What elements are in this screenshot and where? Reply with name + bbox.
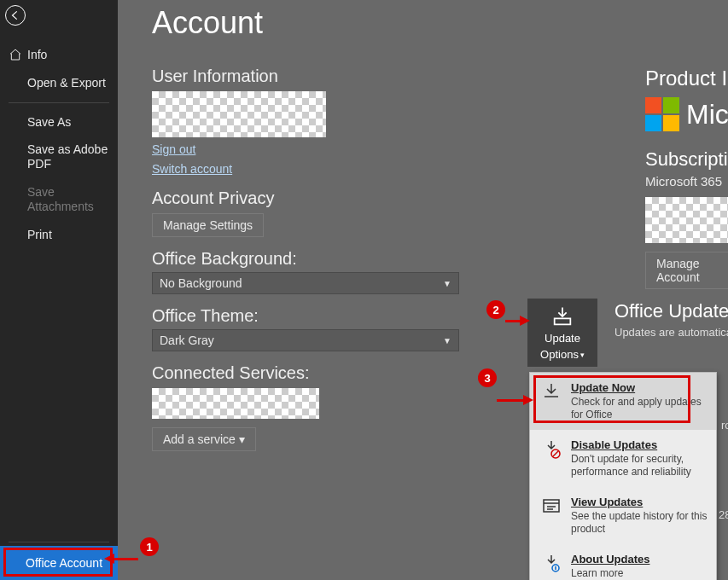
page-title: Account — [152, 0, 728, 41]
button-label: Manage Settings — [163, 218, 253, 232]
svg-rect-1 — [544, 500, 559, 512]
update-tile-label-2: Options — [540, 348, 579, 361]
select-value: No Background — [160, 276, 242, 290]
add-service-button[interactable]: Add a service ▾ — [152, 427, 256, 451]
sidebar-item-open-export[interactable]: Open & Export — [0, 69, 118, 97]
subscription-heading: Subscription Product — [645, 148, 728, 171]
annotation-arrowhead-1 — [104, 554, 114, 564]
left-column: User Information Sign out Switch account… — [152, 67, 459, 463]
microsoft-logo: Microsoft — [645, 97, 728, 131]
office-updates-title: Office Updates — [614, 300, 728, 322]
switch-account-link[interactable]: Switch account — [152, 162, 232, 176]
office-updates-subtitle: Updates are automatically — [614, 326, 728, 339]
history-icon — [540, 496, 562, 518]
office-theme-select[interactable]: Dark Gray ▼ — [152, 329, 459, 351]
button-label: Manage Account — [656, 257, 728, 284]
back-arrow-icon — [9, 9, 21, 21]
sidebar-item-save-as[interactable]: Save As — [0, 108, 118, 136]
sidebar-label: Open & Export — [27, 76, 106, 90]
microsoft-wordmark: Microsoft — [686, 99, 728, 130]
privacy-heading: Account Privacy — [152, 188, 459, 208]
button-label: Add a service — [163, 432, 236, 446]
chevron-down-icon: ▾ — [239, 432, 245, 446]
annotation-bubble-1: 1 — [140, 537, 159, 556]
menu-item-view-updates[interactable]: View Updates See the update history for … — [530, 487, 716, 544]
connected-heading: Connected Services: — [152, 363, 459, 383]
annotation-highlight-1 — [3, 548, 113, 577]
home-icon — [9, 48, 22, 61]
manage-account-button[interactable]: Manage Account — [645, 252, 728, 289]
sidebar-label: Save as Adobe PDF — [27, 142, 109, 171]
chevron-down-icon: ▼ — [443, 336, 451, 345]
menu-item-desc: Don't update for security, performance a… — [571, 453, 708, 478]
menu-item-title: Disable Updates — [571, 438, 708, 451]
subscription-name: Microsoft 365 — [645, 174, 728, 188]
connected-placeholder — [152, 388, 319, 419]
info-icon — [540, 553, 562, 575]
menu-item-title: View Updates — [571, 496, 708, 508]
disable-icon — [540, 438, 562, 461]
sidebar-item-save-attachments: Save Attachments — [0, 178, 118, 221]
sidebar-label: Print — [27, 228, 52, 242]
annotation-bubble-3: 3 — [478, 368, 497, 387]
chevron-down-icon: ▼ — [443, 279, 451, 288]
truncated-text: ro — [721, 419, 728, 432]
sidebar-item-print[interactable]: Print — [0, 221, 118, 249]
menu-item-desc: See the update history for this product — [571, 510, 708, 536]
sidebar-label: Save Attachments — [27, 185, 109, 214]
theme-heading: Office Theme: — [152, 306, 459, 326]
annotation-bubble-2: 2 — [486, 300, 505, 319]
right-column: Product Information Microsoft Subscripti… — [645, 67, 728, 289]
product-placeholder — [645, 197, 728, 243]
truncated-text: 28. — [719, 508, 728, 521]
annotation-highlight-3 — [533, 375, 690, 423]
sidebar-label: Save As — [27, 115, 71, 130]
menu-item-desc: Learn more — [571, 567, 649, 580]
update-icon — [550, 304, 574, 328]
background-heading: Office Background: — [152, 249, 459, 269]
backstage-sidebar: Info Open & Export Save As Save as Adobe… — [0, 0, 118, 580]
chevron-down-icon: ▾ — [580, 351, 585, 359]
update-tile-label-1: Update — [545, 332, 580, 345]
select-value: Dark Gray — [160, 334, 214, 347]
back-button[interactable] — [5, 5, 26, 26]
menu-item-title: About Updates — [571, 553, 649, 566]
sidebar-label: Info — [27, 48, 47, 62]
user-info-heading: User Information — [152, 67, 459, 86]
microsoft-squares-icon — [645, 97, 679, 131]
signout-link[interactable]: Sign out — [152, 142, 195, 156]
menu-item-disable-updates[interactable]: Disable Updates Don't update for securit… — [530, 430, 716, 487]
office-background-select[interactable]: No Background ▼ — [152, 272, 459, 294]
product-info-heading: Product Information — [645, 67, 728, 90]
sidebar-item-save-adobe-pdf[interactable]: Save as Adobe PDF — [0, 136, 118, 178]
sidebar-separator — [9, 102, 109, 103]
user-info-placeholder — [152, 91, 326, 137]
update-options-area: Update Options▾ — [527, 299, 597, 367]
manage-settings-button[interactable]: Manage Settings — [152, 213, 264, 237]
update-options-button[interactable]: Update Options▾ — [527, 299, 597, 367]
sidebar-item-info[interactable]: Info — [0, 41, 118, 69]
menu-item-about-updates[interactable]: About Updates Learn more — [530, 544, 716, 580]
sidebar-separator — [9, 542, 109, 542]
